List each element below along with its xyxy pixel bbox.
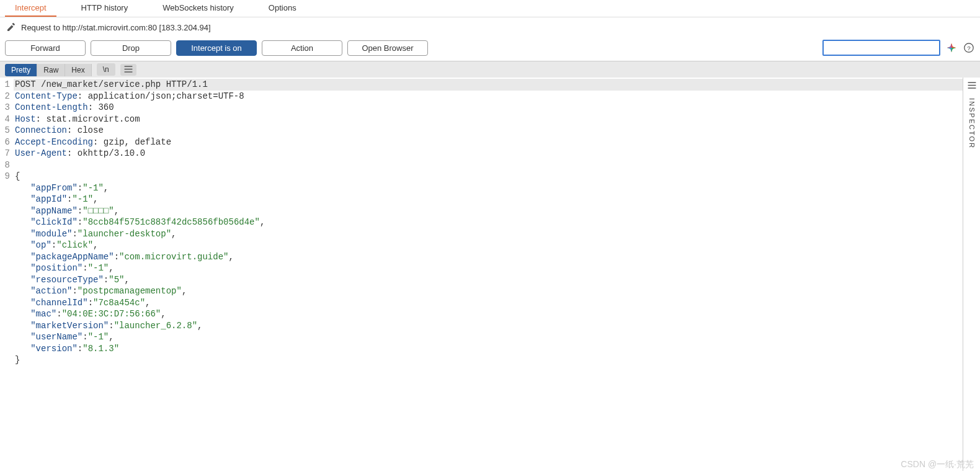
request-target-text: Request to http://stat.microvirt.com:80 … [21, 23, 211, 32]
action-button[interactable]: Action [262, 40, 342, 56]
tab-options[interactable]: Options [259, 0, 306, 17]
forward-button[interactable]: Forward [5, 40, 86, 56]
intercept-toggle-button[interactable]: Intercept is on [176, 40, 257, 56]
tab-http-history[interactable]: HTTP history [71, 0, 138, 17]
help-icon[interactable]: ? [963, 42, 975, 54]
sidebar-menu-icon[interactable] [968, 78, 976, 94]
open-browser-button[interactable]: Open Browser [347, 40, 428, 56]
action-toolbar: Forward Drop Intercept is on Action Open… [0, 37, 980, 61]
inspector-sidebar: INSPECTOR [963, 78, 980, 471]
view-mode-bar: PrettyRawHex \n [0, 61, 980, 78]
tab-websockets-history[interactable]: WebSockets history [153, 0, 244, 17]
line-gutter: 123456789 [0, 78, 14, 471]
tab-intercept[interactable]: Intercept [5, 0, 56, 17]
main-area: 123456789 POST /new_market/service.php H… [0, 78, 980, 471]
palette-icon[interactable] [945, 42, 958, 54]
top-tabs: InterceptHTTP historyWebSockets historyO… [0, 0, 980, 17]
pencil-icon [6, 22, 16, 32]
search-input[interactable] [822, 40, 940, 56]
view-menu-icon[interactable] [120, 64, 136, 76]
svg-text:?: ? [967, 45, 971, 51]
request-editor[interactable]: 123456789 POST /new_market/service.php H… [0, 78, 963, 471]
view-tab-pretty[interactable]: Pretty [5, 64, 37, 76]
view-tab-raw[interactable]: Raw [37, 64, 65, 76]
code-content[interactable]: POST /new_market/service.php HTTP/1.1Con… [14, 78, 963, 471]
inspector-label[interactable]: INSPECTOR [968, 98, 976, 149]
view-tab-hex[interactable]: Hex [65, 64, 91, 76]
drop-button[interactable]: Drop [91, 40, 171, 56]
request-info-bar: Request to http://stat.microvirt.com:80 … [0, 17, 980, 37]
newline-toggle[interactable]: \n [97, 63, 115, 76]
